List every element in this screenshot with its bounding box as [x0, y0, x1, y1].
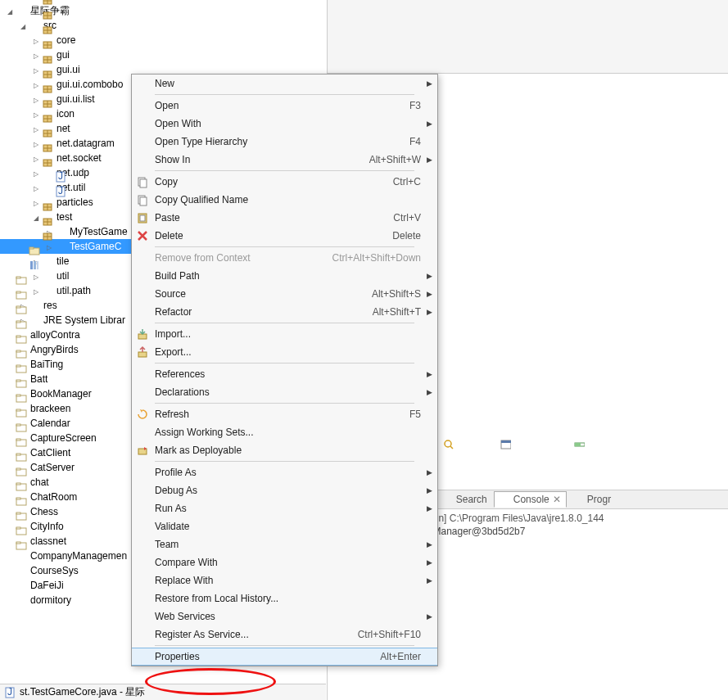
menu-restore-local-history[interactable]: Restore from Local History...: [132, 589, 437, 607]
menu-paste[interactable]: PasteCtrl+V: [132, 209, 437, 227]
menu-references[interactable]: References▶: [132, 365, 437, 383]
tab-search[interactable]: Search: [437, 492, 492, 507]
menu-refresh[interactable]: RefreshF5: [132, 405, 437, 423]
import-icon: [132, 327, 153, 341]
deploy-icon: [132, 444, 153, 457]
console-icon: [500, 494, 511, 505]
menu-separator: [155, 403, 414, 404]
project-icon: [15, 4, 28, 17]
library-icon: [28, 314, 41, 327]
chevron-right-icon: ▶: [427, 486, 432, 495]
status-text: st.TestGameCore.java - 星际: [20, 685, 145, 699]
menu-delete[interactable]: DeleteDelete: [132, 227, 437, 245]
menu-declarations[interactable]: Declarations▶: [132, 383, 437, 401]
menu-separator: [155, 645, 414, 646]
menu-copy-qualified-name[interactable]: Copy Qualified Name: [132, 191, 437, 209]
chevron-right-icon: ▶: [427, 156, 432, 164]
chevron-right-icon: ▶: [427, 388, 432, 396]
folder-icon: [15, 594, 28, 607]
copy-icon: [132, 175, 153, 188]
paste-icon: [132, 211, 153, 224]
tab-progress[interactable]: Progr: [568, 492, 616, 507]
menu-import[interactable]: Import...: [132, 325, 437, 343]
menu-debug-as[interactable]: Debug As▶: [132, 481, 437, 499]
menu-separator: [155, 94, 414, 95]
context-menu[interactable]: New▶ OpenF3 Open With▶ Open Type Hierarc…: [131, 74, 438, 666]
menu-mark-deployable[interactable]: Mark as Deployable: [132, 441, 437, 459]
export-icon: [132, 345, 153, 359]
menu-separator: [155, 246, 414, 247]
menu-new[interactable]: New▶: [132, 75, 437, 93]
progress-icon: [573, 494, 585, 505]
chevron-right-icon: ▶: [427, 468, 432, 476]
chevron-right-icon: ▶: [427, 576, 432, 585]
chevron-right-icon: ▶: [427, 79, 432, 88]
menu-profile-as[interactable]: Profile As▶: [132, 463, 437, 481]
chevron-right-icon: ▶: [427, 290, 432, 298]
java-file-icon: [54, 240, 67, 253]
chevron-right-icon: ▶: [427, 540, 432, 549]
menu-run-as[interactable]: Run As▶: [132, 499, 437, 517]
menu-separator: [155, 323, 414, 323]
src-folder-icon: [28, 19, 41, 32]
package-icon: [41, 284, 54, 297]
menu-open-with[interactable]: Open With▶: [132, 115, 437, 133]
delete-icon: [132, 229, 153, 242]
menu-properties[interactable]: PropertiesAlt+Enter: [132, 648, 437, 666]
menu-build-path[interactable]: Build Path▶: [132, 267, 437, 285]
menu-export[interactable]: Export...: [132, 343, 437, 361]
menu-open-type-hierarchy[interactable]: Open Type HierarchyF4: [132, 133, 437, 151]
menu-separator: [155, 363, 414, 364]
menu-web-services[interactable]: Web Services▶: [132, 607, 437, 625]
status-bar: st.TestGameCore.java - 星际: [0, 684, 326, 700]
menu-copy[interactable]: CopyCtrl+C: [132, 173, 437, 191]
java-file-icon: [3, 686, 16, 699]
close-icon[interactable]: ✕: [553, 494, 561, 505]
search-icon: [442, 494, 454, 505]
chevron-right-icon: ▶: [427, 558, 432, 567]
menu-separator: [155, 461, 414, 462]
chevron-right-icon: ▶: [427, 308, 432, 316]
menu-remove-from-context: Remove from ContextCtrl+Alt+Shift+Down: [132, 249, 437, 267]
menu-assign-working-sets[interactable]: Assign Working Sets...: [132, 423, 437, 441]
chevron-right-icon: ▶: [427, 504, 432, 513]
menu-refactor[interactable]: RefactorAlt+Shift+T▶: [132, 303, 437, 321]
chevron-right-icon: ▶: [427, 612, 432, 621]
menu-team[interactable]: Team▶: [132, 535, 437, 553]
copy-icon: [132, 193, 153, 206]
menu-open[interactable]: OpenF3: [132, 97, 437, 115]
chevron-right-icon: ▶: [427, 120, 432, 128]
menu-register-as-service[interactable]: Register As Service...Ctrl+Shift+F10: [132, 625, 437, 644]
menu-compare-with[interactable]: Compare With▶: [132, 553, 437, 571]
menu-source[interactable]: SourceAlt+Shift+S▶: [132, 285, 437, 303]
menu-show-in[interactable]: Show InAlt+Shift+W▶: [132, 151, 437, 169]
tab-console[interactable]: Console✕: [494, 491, 567, 508]
refresh-icon: [132, 408, 153, 421]
menu-replace-with[interactable]: Replace With▶: [132, 571, 437, 589]
chevron-right-icon: ▶: [427, 370, 432, 378]
menu-separator: [155, 170, 414, 171]
menu-validate[interactable]: Validate: [132, 517, 437, 535]
chevron-right-icon: ▶: [427, 272, 432, 280]
